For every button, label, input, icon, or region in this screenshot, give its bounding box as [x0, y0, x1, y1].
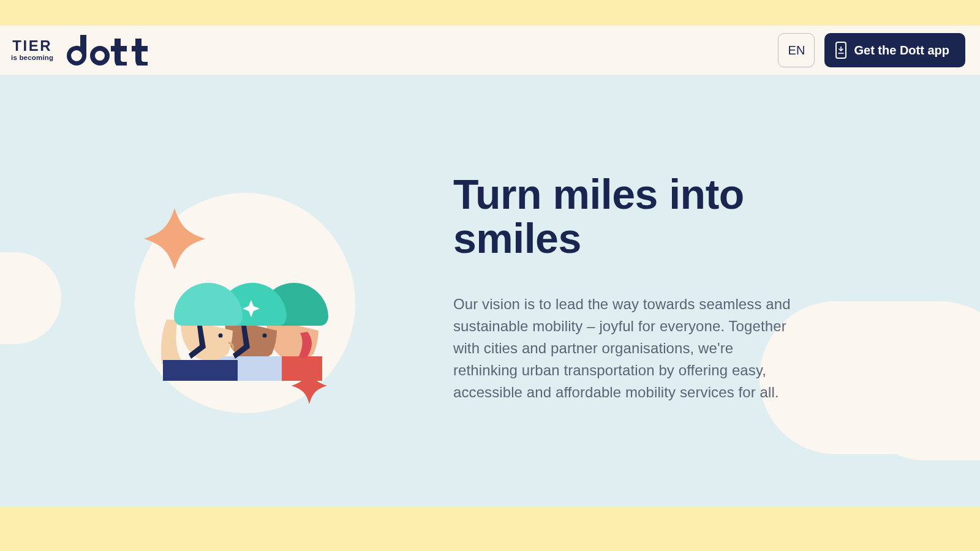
tier-logo: TIER is becoming [11, 39, 53, 62]
hero-body: Our vision is to lead the way towards se… [453, 293, 796, 403]
svg-point-7 [219, 334, 223, 338]
get-app-button[interactable]: Get the Dott app [824, 33, 965, 67]
hero-text: Turn miles into smiles Our vision is to … [453, 172, 796, 403]
top-accent-bar [0, 0, 980, 26]
site-header: TIER is becoming EN [0, 26, 980, 75]
tier-logo-text: TIER [12, 39, 52, 53]
language-code: EN [788, 43, 805, 58]
bottom-accent-bar [0, 507, 980, 551]
dott-logo [62, 35, 155, 66]
hero-illustration [123, 171, 368, 416]
svg-rect-6 [163, 360, 238, 381]
tier-logo-sub: is becoming [11, 54, 53, 62]
svg-point-1 [95, 51, 105, 61]
hero-headline: Turn miles into smiles [453, 172, 796, 260]
svg-point-5 [263, 334, 267, 338]
phone-download-icon [835, 42, 846, 59]
header-actions: EN Get the Dott app [778, 33, 965, 67]
hero-section: Turn miles into smiles Our vision is to … [0, 75, 980, 507]
language-selector[interactable]: EN [778, 33, 815, 67]
get-app-label: Get the Dott app [854, 43, 949, 58]
logo-block[interactable]: TIER is becoming [11, 35, 155, 66]
